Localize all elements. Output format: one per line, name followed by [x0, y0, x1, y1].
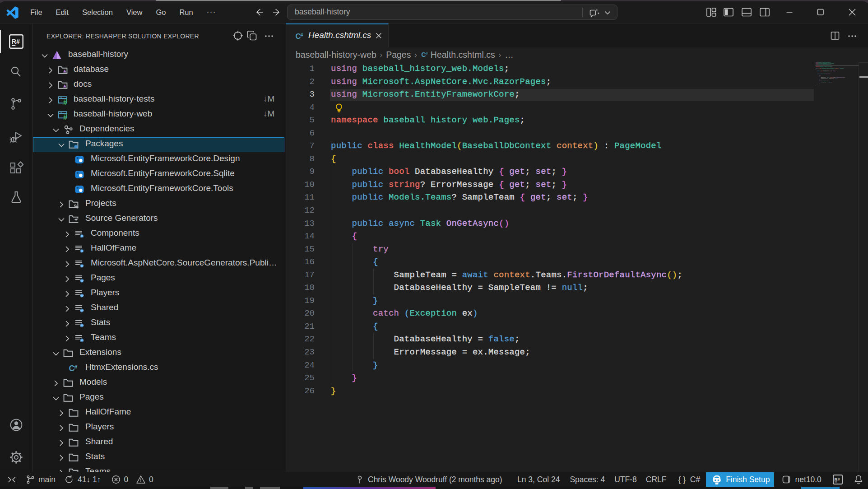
svg-text:R#: R# — [834, 477, 840, 482]
svg-text:#: # — [300, 32, 303, 37]
svg-text:#: # — [63, 98, 67, 105]
svg-text:#: # — [425, 51, 428, 56]
svg-text:#: # — [63, 112, 67, 120]
svg-text:#: # — [74, 363, 78, 370]
